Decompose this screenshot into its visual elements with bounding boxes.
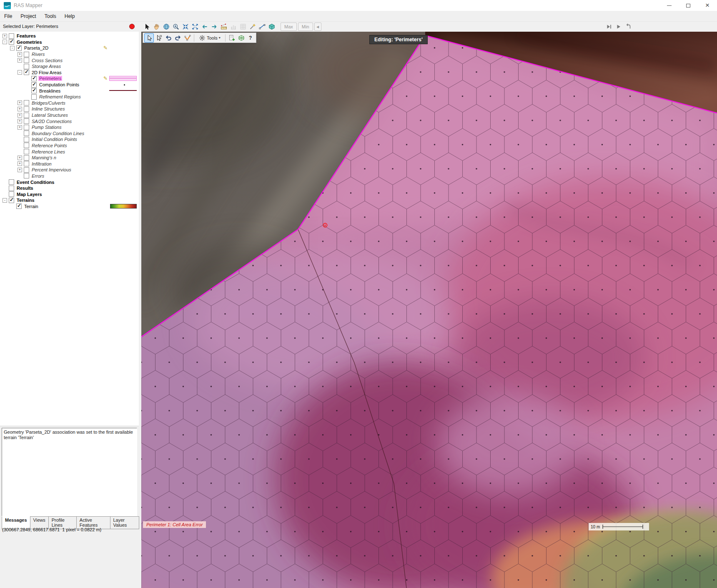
- tree-label-initial-condition-points[interactable]: Initial Condition Points: [31, 137, 78, 142]
- tab-layer-values[interactable]: Layer Values: [110, 516, 140, 529]
- tree-checkbox-inline-structures[interactable]: [24, 106, 29, 112]
- tree-checkbox-breaklines[interactable]: [31, 88, 37, 93]
- tree-checkbox-refinement-regions[interactable]: [31, 94, 37, 100]
- menu-file[interactable]: File: [0, 11, 16, 21]
- zoom-full-button[interactable]: [190, 22, 200, 31]
- select-tool-button[interactable]: [142, 22, 152, 31]
- tree-label-pump-stations[interactable]: Pump Stations: [31, 125, 63, 130]
- tree-checkbox-terrains[interactable]: [9, 198, 14, 203]
- tree-label-terrains[interactable]: Terrains: [16, 198, 35, 203]
- tree-label-lateral-structures[interactable]: Lateral Structures: [31, 113, 69, 118]
- tree-checkbox-map-layers[interactable]: [9, 191, 14, 197]
- minimize-button[interactable]: [659, 0, 679, 11]
- tree-label-perimeters[interactable]: Perimeters: [38, 76, 62, 81]
- tree-checkbox-errors[interactable]: [24, 173, 29, 178]
- tree-checkbox-boundary-condition-lines[interactable]: [24, 131, 29, 136]
- next-view-button[interactable]: [209, 22, 219, 31]
- tree-checkbox-bridges-culverts[interactable]: [24, 100, 29, 106]
- tree-checkbox-reference-points[interactable]: [24, 143, 29, 148]
- edit-select-button[interactable]: [144, 33, 154, 43]
- tree-label-bridges-culverts[interactable]: Bridges/Culverts: [31, 101, 66, 106]
- undo-button[interactable]: [163, 33, 173, 43]
- web-layers-button[interactable]: [267, 22, 276, 31]
- tree-checkbox-storage-areas[interactable]: [24, 64, 29, 69]
- tree-label-2d-flow-areas[interactable]: 2D Flow Areas: [31, 70, 63, 75]
- zoom-center-button[interactable]: [181, 22, 190, 31]
- edit-features-button[interactable]: [248, 22, 257, 31]
- tree-label-results[interactable]: Results: [16, 186, 34, 191]
- edit-polyline-button[interactable]: [183, 33, 192, 43]
- tree-label-reference-lines[interactable]: Reference Lines: [31, 149, 66, 154]
- tree-expander[interactable]: -: [18, 70, 22, 75]
- tree-checkbox-2d-flow-areas[interactable]: [24, 70, 29, 75]
- pan-tool-button[interactable]: [152, 22, 161, 31]
- tree-checkbox-geometries[interactable]: [9, 39, 14, 45]
- tree-checkbox-percent-impervious[interactable]: [24, 167, 29, 173]
- tree-checkbox-infiltration[interactable]: [24, 161, 29, 166]
- compute-mesh-button[interactable]: [237, 33, 246, 43]
- tree-expander[interactable]: +: [3, 34, 7, 38]
- tree-expander[interactable]: +: [18, 101, 22, 105]
- step-forward-button[interactable]: [604, 22, 614, 31]
- close-button[interactable]: [698, 0, 717, 11]
- tree-expander[interactable]: +: [18, 119, 22, 123]
- tree-label-percent-impervious[interactable]: Percent Impervious: [31, 167, 72, 172]
- edit-move-points-button[interactable]: [154, 33, 163, 43]
- tree-expander[interactable]: +: [18, 161, 22, 166]
- tree-label-breaklines[interactable]: Breaklines: [38, 88, 61, 93]
- tree-checkbox-rivers[interactable]: [24, 52, 29, 57]
- edit-mode-indicator[interactable]: [129, 24, 135, 29]
- tree-expander[interactable]: +: [18, 52, 22, 57]
- tree-checkbox-reference-lines[interactable]: [24, 149, 29, 154]
- tree-label-rivers[interactable]: Rivers: [31, 52, 45, 57]
- tree-expander[interactable]: +: [18, 113, 22, 118]
- tree-checkbox-parseta-2d[interactable]: [16, 45, 22, 51]
- reverse-hook-button[interactable]: [623, 22, 633, 31]
- tree-expander[interactable]: -: [3, 40, 7, 44]
- tree-label-terrain[interactable]: Terrain: [23, 204, 39, 209]
- profile-lines-button[interactable]: [257, 22, 267, 31]
- tree-label-geometries[interactable]: Geometries: [16, 40, 43, 45]
- tree-expander[interactable]: +: [18, 168, 22, 172]
- tree-checkbox-features[interactable]: [9, 33, 14, 39]
- tree-label-cross-sections[interactable]: Cross Sections: [31, 58, 63, 63]
- tree-checkbox-lateral-structures[interactable]: [24, 113, 29, 118]
- menu-help[interactable]: Help: [60, 11, 79, 21]
- redo-button[interactable]: [173, 33, 183, 43]
- tree-label-storage-areas[interactable]: Storage Areas: [31, 64, 62, 69]
- map-canvas[interactable]: [141, 32, 717, 588]
- tree-checkbox-results[interactable]: [9, 186, 14, 191]
- tree-checkbox-manning-s-n[interactable]: [24, 155, 29, 161]
- tree-label-infiltration[interactable]: Infiltration: [31, 161, 53, 166]
- help-button[interactable]: ?: [246, 33, 255, 42]
- tools-menu-button[interactable]: Tools▾: [196, 33, 223, 42]
- measure-button[interactable]: [219, 22, 228, 31]
- tree-label-refinement-regions[interactable]: Refinement Regions: [38, 94, 82, 99]
- tree-checkbox-computation-points[interactable]: [31, 82, 37, 88]
- add-feature-button[interactable]: [227, 33, 237, 43]
- previous-view-button[interactable]: [200, 22, 209, 31]
- maximize-button[interactable]: [679, 0, 698, 11]
- tree-checkbox-perimeters[interactable]: [31, 76, 37, 81]
- tree-label-map-layers[interactable]: Map Layers: [16, 192, 43, 197]
- tree-expander[interactable]: +: [18, 156, 22, 160]
- tree-expander[interactable]: +: [18, 107, 22, 111]
- tree-expander[interactable]: -: [10, 46, 15, 50]
- tree-label-boundary-condition-lines[interactable]: Boundary Condition Lines: [31, 131, 85, 136]
- tree-checkbox-initial-condition-points[interactable]: [24, 137, 29, 142]
- tree-checkbox-terrain[interactable]: [16, 204, 22, 209]
- zoom-in-button[interactable]: [171, 22, 181, 31]
- tree-label-errors[interactable]: Errors: [31, 173, 45, 178]
- tree-label-sa-2d-connections[interactable]: SA/2D Connections: [31, 119, 73, 124]
- tree-label-inline-structures[interactable]: Inline Structures: [31, 106, 65, 111]
- tree-label-computation-points[interactable]: Computation Points: [38, 82, 80, 87]
- menu-tools[interactable]: Tools: [40, 11, 60, 21]
- tree-expander[interactable]: +: [18, 125, 22, 130]
- tree-label-event-conditions[interactable]: Event Conditions: [16, 180, 55, 185]
- tree-label-parseta-2d[interactable]: Parseta_2D: [23, 45, 49, 50]
- tree-checkbox-sa-2d-connections[interactable]: [24, 118, 29, 124]
- tree-expander[interactable]: -: [3, 198, 7, 203]
- zoom-to-extents-button[interactable]: [161, 22, 171, 31]
- play-button[interactable]: [614, 22, 623, 31]
- menu-project[interactable]: Project: [16, 11, 40, 21]
